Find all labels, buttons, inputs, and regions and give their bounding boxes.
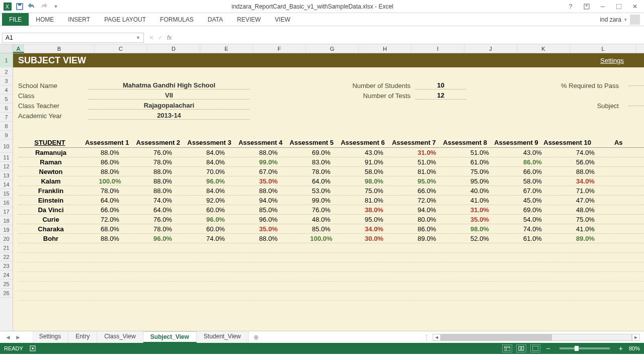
grade-cell[interactable]: 60.0% bbox=[189, 206, 242, 214]
grade-cell[interactable]: 84.0% bbox=[189, 187, 242, 195]
grade-cell[interactable]: 96.0% bbox=[189, 177, 242, 185]
grade-cell[interactable]: 30.0% bbox=[348, 235, 400, 242]
row-header-19[interactable]: 19 bbox=[0, 225, 13, 234]
qat-dropdown-icon[interactable]: ▼ bbox=[50, 1, 61, 12]
redo-icon[interactable] bbox=[38, 1, 49, 12]
grade-cell[interactable]: 81.0% bbox=[400, 168, 453, 175]
grade-cell[interactable]: 76.0% bbox=[136, 149, 189, 156]
new-sheet-button[interactable]: ⊕ bbox=[249, 334, 264, 341]
grade-cell[interactable]: 89.0% bbox=[559, 235, 612, 242]
grade-cell[interactable]: 98.0% bbox=[453, 225, 506, 233]
macro-record-icon[interactable] bbox=[29, 345, 36, 352]
grade-cell[interactable]: 67.0% bbox=[506, 187, 559, 195]
col-header-E[interactable]: E bbox=[200, 44, 253, 53]
col-header-I[interactable]: I bbox=[412, 44, 464, 53]
grade-cell[interactable]: 40.0% bbox=[453, 187, 506, 195]
grade-cell[interactable]: 64.0% bbox=[84, 197, 136, 204]
row-header-26[interactable]: 26 bbox=[0, 289, 13, 298]
ribbon-tab-formulas[interactable]: FORMULAS bbox=[153, 13, 201, 26]
grade-cell[interactable]: 75.0% bbox=[453, 168, 506, 175]
grade-cell[interactable]: 76.0% bbox=[136, 216, 189, 223]
grade-cell[interactable]: 95.0% bbox=[348, 216, 400, 223]
grade-cell[interactable]: 78.0% bbox=[295, 168, 348, 175]
horizontal-scrollbar[interactable] bbox=[441, 334, 632, 341]
grade-cell[interactable]: 58.0% bbox=[348, 168, 400, 175]
cancel-icon[interactable]: ✕ bbox=[149, 34, 154, 41]
grade-cell[interactable]: 43.0% bbox=[348, 149, 400, 156]
grade-cell[interactable]: 48.0% bbox=[295, 216, 348, 223]
row-header-25[interactable]: 25 bbox=[0, 280, 13, 289]
col-header-C[interactable]: C bbox=[95, 44, 147, 53]
row-header-18[interactable]: 18 bbox=[0, 216, 13, 225]
grade-cell[interactable]: 84.0% bbox=[189, 158, 242, 166]
grade-cell[interactable]: 100.0% bbox=[295, 235, 348, 242]
grade-cell[interactable]: 88.0% bbox=[242, 187, 295, 195]
grade-cell[interactable]: 51.0% bbox=[400, 158, 453, 166]
grade-cell[interactable]: 88.0% bbox=[136, 177, 189, 185]
zoom-slider[interactable] bbox=[559, 347, 610, 349]
grade-cell[interactable]: 80.0% bbox=[400, 216, 453, 223]
enter-icon[interactable]: ✓ bbox=[158, 34, 163, 41]
view-break-icon[interactable] bbox=[530, 344, 540, 352]
grade-cell[interactable]: 35.0% bbox=[242, 225, 295, 233]
minimize-button[interactable]: ─ bbox=[596, 2, 610, 12]
grade-cell[interactable]: 41.0% bbox=[559, 225, 612, 233]
name-box-dropdown-icon[interactable]: ▼ bbox=[136, 35, 140, 40]
grade-cell[interactable]: 85.0% bbox=[295, 225, 348, 233]
grade-cell[interactable]: 88.0% bbox=[84, 149, 136, 156]
col-header-D[interactable]: D bbox=[147, 44, 200, 53]
grade-cell[interactable]: 95.0% bbox=[453, 177, 506, 185]
zoom-level[interactable]: 80% bbox=[629, 345, 640, 351]
grade-cell[interactable]: 86.0% bbox=[400, 225, 453, 233]
grade-cell[interactable]: 72.0% bbox=[400, 197, 453, 204]
grade-cell[interactable]: 43.0% bbox=[506, 149, 559, 156]
grade-cell[interactable]: 99.0% bbox=[295, 197, 348, 204]
grade-cell[interactable]: 35.0% bbox=[242, 177, 295, 185]
grade-cell[interactable]: 88.0% bbox=[84, 168, 136, 175]
view-layout-icon[interactable] bbox=[516, 344, 526, 352]
grade-cell[interactable]: 67.0% bbox=[242, 168, 295, 175]
grade-cell[interactable]: 61.0% bbox=[453, 158, 506, 166]
row-header-17[interactable]: 17 bbox=[0, 207, 13, 216]
grade-cell[interactable]: 78.0% bbox=[136, 158, 189, 166]
grade-cell[interactable]: 68.0% bbox=[84, 225, 136, 233]
row-header-1[interactable]: 1 bbox=[0, 53, 13, 67]
grade-cell[interactable]: 76.0% bbox=[295, 206, 348, 214]
ribbon-tab-view[interactable]: VIEW bbox=[268, 13, 297, 26]
grade-cell[interactable]: 96.0% bbox=[189, 216, 242, 223]
grade-cell[interactable]: 72.0% bbox=[84, 216, 136, 223]
undo-icon[interactable] bbox=[26, 1, 37, 12]
grade-cell[interactable]: 70.0% bbox=[189, 168, 242, 175]
grade-cell[interactable]: 66.0% bbox=[506, 168, 559, 175]
row-header-15[interactable]: 15 bbox=[0, 189, 13, 198]
sheet-tab-subject_view[interactable]: Subject_View bbox=[143, 331, 197, 343]
grade-cell[interactable]: 45.0% bbox=[506, 197, 559, 204]
col-header-F[interactable]: F bbox=[253, 44, 306, 53]
grade-cell[interactable]: 85.0% bbox=[242, 206, 295, 214]
help-icon[interactable]: ? bbox=[564, 2, 578, 12]
grade-cell[interactable]: 35.0% bbox=[453, 216, 506, 223]
row-header-10[interactable]: 10 bbox=[0, 140, 13, 153]
row-header-14[interactable]: 14 bbox=[0, 180, 13, 189]
grade-cell[interactable]: 78.0% bbox=[136, 225, 189, 233]
col-header-G[interactable]: G bbox=[306, 44, 359, 53]
grade-cell[interactable]: 88.0% bbox=[84, 235, 136, 242]
grade-cell[interactable]: 38.0% bbox=[348, 206, 400, 214]
col-header-A[interactable]: A bbox=[13, 44, 24, 53]
row-header-4[interactable]: 4 bbox=[0, 85, 13, 95]
grade-cell[interactable]: 54.0% bbox=[506, 216, 559, 223]
grade-cell[interactable]: 74.0% bbox=[189, 235, 242, 242]
sheet-tab-class_view[interactable]: Class_View bbox=[97, 331, 143, 343]
grade-cell[interactable]: 34.0% bbox=[559, 177, 612, 185]
row-header-16[interactable]: 16 bbox=[0, 198, 13, 207]
grade-cell[interactable]: 61.0% bbox=[506, 235, 559, 242]
name-box[interactable]: A1 ▼ bbox=[2, 33, 144, 43]
select-all-corner[interactable] bbox=[0, 44, 13, 53]
row-header-3[interactable]: 3 bbox=[0, 76, 13, 85]
grade-cell[interactable]: 96.0% bbox=[136, 235, 189, 242]
grade-cell[interactable]: 100.0% bbox=[84, 177, 136, 185]
fx-icon[interactable]: fx bbox=[167, 34, 172, 41]
hscroll-right-icon[interactable]: ► bbox=[632, 334, 640, 341]
grade-cell[interactable]: 53.0% bbox=[295, 187, 348, 195]
grade-cell[interactable]: 96.0% bbox=[242, 216, 295, 223]
